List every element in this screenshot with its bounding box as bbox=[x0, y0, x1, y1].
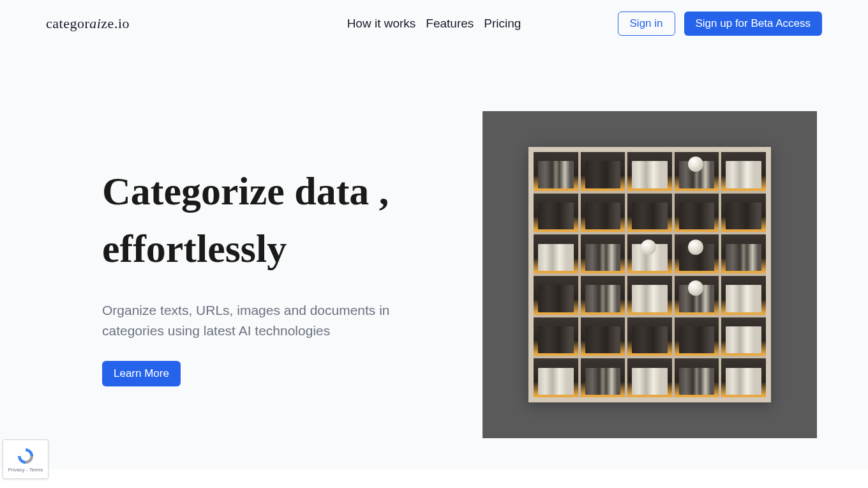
recaptcha-icon bbox=[16, 446, 35, 466]
how-it-works-section: How it works bbox=[0, 469, 868, 488]
learn-more-button[interactable]: Learn More bbox=[102, 361, 181, 386]
primary-nav: How it works Features Pricing bbox=[347, 17, 521, 31]
nav-pricing[interactable]: Pricing bbox=[484, 17, 521, 31]
recaptcha-badge[interactable]: Privacy - Terms bbox=[3, 439, 49, 479]
hero-subtitle: Organize texts, URLs, images and documen… bbox=[102, 300, 415, 340]
header-actions: Sign in Sign up for Beta Access bbox=[618, 11, 822, 36]
hero-title: Categorize data , effortlessly bbox=[102, 163, 434, 278]
logo[interactable]: categoraize.io bbox=[46, 15, 130, 32]
hero-image bbox=[483, 111, 817, 438]
signup-button[interactable]: Sign up for Beta Access bbox=[684, 11, 823, 36]
hero-text: Categorize data , effortlessly Organize … bbox=[102, 163, 434, 387]
hero-section: Categorize data , effortlessly Organize … bbox=[45, 47, 823, 469]
hero-image-wrap bbox=[483, 111, 817, 438]
nav-how-it-works[interactable]: How it works bbox=[347, 17, 416, 31]
recaptcha-links: Privacy - Terms bbox=[8, 467, 43, 473]
signin-button[interactable]: Sign in bbox=[618, 11, 675, 36]
nav-features[interactable]: Features bbox=[426, 17, 474, 31]
site-header: categoraize.io How it works Features Pri… bbox=[0, 0, 868, 47]
